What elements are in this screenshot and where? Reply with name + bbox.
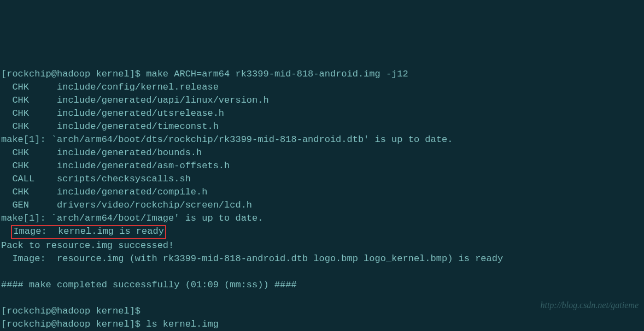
terminal-line: CHK include/generated/uapi/linux/version… xyxy=(1,95,269,105)
terminal-line: Pack to resource.img successed! xyxy=(1,240,174,251)
terminal-line: CHK include/config/kernel.release xyxy=(1,82,219,92)
terminal-line xyxy=(1,226,12,237)
highlight-image-ready: Image: kernel.img is ready xyxy=(11,225,166,239)
terminal-line: CHK include/generated/utsrelease.h xyxy=(1,108,224,119)
terminal-output[interactable]: [rockchip@hadoop kernel]$ make ARCH=arm6… xyxy=(0,52,644,331)
terminal-line: CHK include/generated/bounds.h xyxy=(1,147,202,158)
terminal-line: [rockchip@hadoop kernel]$ ls kernel.img xyxy=(1,319,219,329)
terminal-line: [rockchip@hadoop kernel]$ xyxy=(1,306,140,316)
terminal-line: Image: resource.img (with rk3399-mid-818… xyxy=(1,253,503,264)
terminal-line: CHK include/generated/compile.h xyxy=(1,187,207,197)
terminal-line: make[1]: `arch/arm64/boot/dts/rockchip/r… xyxy=(1,134,453,145)
terminal-line: CALL scripts/checksyscalls.sh xyxy=(1,174,191,184)
terminal-line: [rockchip@hadoop kernel]$ make ARCH=arm6… xyxy=(1,69,408,79)
watermark-text: http://blog.csdn.net/gatieme xyxy=(540,299,639,312)
terminal-line: make[1]: `arch/arm64/boot/Image' is up t… xyxy=(1,213,263,223)
terminal-line: CHK include/generated/timeconst.h xyxy=(1,121,219,132)
terminal-line: CHK include/generated/asm-offsets.h xyxy=(1,161,230,171)
terminal-line: GEN drivers/video/rockchip/screen/lcd.h xyxy=(1,200,252,210)
terminal-line: #### make completed successfully (01:09 … xyxy=(1,280,297,290)
